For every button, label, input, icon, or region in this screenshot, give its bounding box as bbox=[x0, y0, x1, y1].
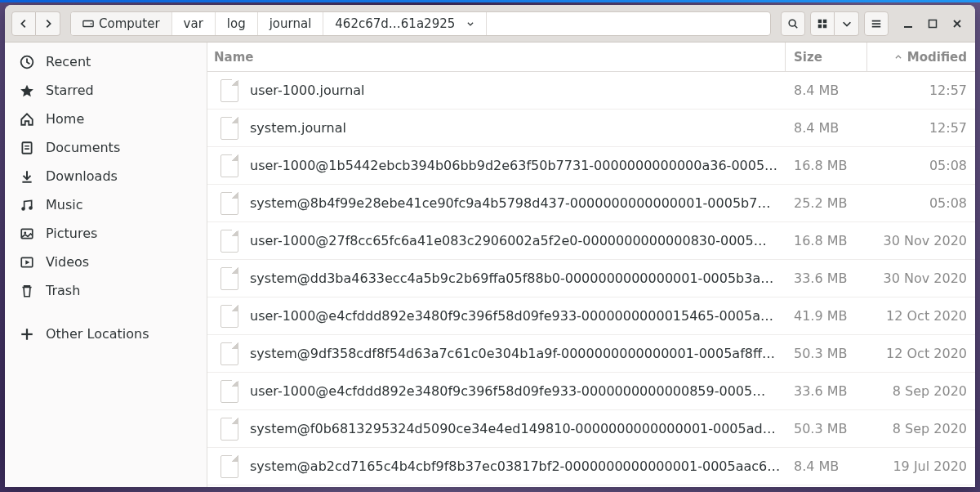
pictures-icon bbox=[20, 226, 34, 241]
column-header-size[interactable]: Size bbox=[786, 42, 867, 71]
maximize-icon bbox=[928, 19, 938, 29]
sidebar-item-starred[interactable]: Starred bbox=[5, 76, 207, 105]
file-icon bbox=[220, 192, 238, 215]
cell-size: 33.6 MB bbox=[786, 271, 867, 286]
file-name: system@8b4f99e28ebe41ce90fc9a4b5798d437-… bbox=[250, 195, 770, 211]
column-headers: Name Size Modified bbox=[207, 42, 975, 72]
table-row[interactable]: system.journal8.4 MB12:57 bbox=[207, 110, 975, 147]
table-row[interactable]: system@ab2cd7165c4b4cbf9f8b37ec03817bf2-… bbox=[207, 448, 975, 485]
cell-modified: 30 Nov 2020 bbox=[867, 233, 975, 248]
chevron-down-icon bbox=[841, 18, 853, 29]
sidebar-item-label: Other Locations bbox=[46, 326, 149, 342]
cell-name: user-1000@e4cfddd892e3480f9c396f58d09fe9… bbox=[207, 380, 786, 403]
sidebar-item-recent[interactable]: Recent bbox=[5, 47, 207, 76]
svg-line-3 bbox=[795, 25, 797, 28]
sidebar-item-label: Downloads bbox=[46, 168, 118, 184]
file-icon bbox=[220, 117, 238, 140]
file-name: system@9df358cdf8f54d63a7c61c0e304b1a9f-… bbox=[250, 346, 775, 361]
trash-icon bbox=[20, 284, 34, 298]
close-button[interactable] bbox=[951, 17, 964, 30]
sidebar-item-label: Recent bbox=[46, 54, 91, 69]
svg-rect-4 bbox=[818, 19, 822, 22]
table-row[interactable]: system@f0b6813295324d5090ce34e4ed149810-… bbox=[207, 410, 975, 448]
cell-name: user-1000@e4cfddd892e3480f9c396f58d09fe9… bbox=[207, 305, 786, 328]
forward-button[interactable] bbox=[36, 11, 60, 36]
file-name: user-1000@e4cfddd892e3480f9c396f58d09fe9… bbox=[250, 308, 773, 324]
table-row[interactable]: user-1000.journal8.4 MB12:57 bbox=[207, 72, 975, 110]
body: RecentStarredHomeDocumentsDownloadsMusic… bbox=[5, 42, 975, 487]
path-seg-log[interactable]: log bbox=[216, 12, 258, 35]
documents-icon bbox=[20, 141, 34, 155]
grid-icon bbox=[817, 18, 828, 29]
sidebar-item-downloads[interactable]: Downloads bbox=[5, 162, 207, 190]
view-grid-button[interactable] bbox=[810, 11, 835, 36]
table-row[interactable]: user-1000@e4cfddd892e3480f9c396f58d09fe9… bbox=[207, 373, 975, 410]
table-row[interactable]: user-1000@1b5442ebcb394b06bb9d2e63f50b77… bbox=[207, 147, 975, 185]
file-icon bbox=[220, 342, 238, 365]
cell-name: user-1000@1b5442ebcb394b06bb9d2e63f50b77… bbox=[207, 154, 786, 177]
cell-size: 8.4 MB bbox=[786, 458, 867, 474]
cell-modified: 12 Oct 2020 bbox=[867, 308, 975, 324]
file-icon bbox=[220, 230, 238, 253]
path-seg-var[interactable]: var bbox=[172, 12, 216, 35]
sidebar-item-pictures[interactable]: Pictures bbox=[5, 219, 207, 248]
table-row[interactable]: user-1000@e4cfddd892e3480f9c396f58d09fe9… bbox=[207, 297, 975, 335]
file-name: system@f0b6813295324d5090ce34e4ed149810-… bbox=[250, 421, 776, 436]
cell-name: system@8b4f99e28ebe41ce90fc9a4b5798d437-… bbox=[207, 192, 786, 215]
titlebar: Computer var log journal 462c67d…61a2925 bbox=[5, 5, 975, 42]
sidebar-item-label: Home bbox=[46, 111, 84, 127]
cell-size: 8.4 MB bbox=[786, 83, 867, 98]
sidebar-item-documents[interactable]: Documents bbox=[5, 133, 207, 162]
maximize-button[interactable] bbox=[926, 17, 939, 30]
cell-modified: 05:08 bbox=[867, 158, 975, 173]
file-list: Name Size Modified user-1000.journal8.4 … bbox=[207, 42, 975, 487]
chevron-left-icon bbox=[18, 18, 29, 29]
search-button[interactable] bbox=[781, 11, 805, 36]
sidebar-other-locations[interactable]: Other Locations bbox=[5, 320, 207, 348]
close-icon bbox=[952, 19, 962, 29]
cell-name: system@dd3ba4633ecc4a5b9c2b69ffa05f88b0-… bbox=[207, 267, 786, 290]
path-root[interactable]: Computer bbox=[71, 12, 172, 35]
path-seg-journal[interactable]: journal bbox=[258, 12, 324, 35]
file-manager-window: Computer var log journal 462c67d…61a2925 bbox=[5, 5, 975, 487]
table-row[interactable]: system@8b4f99e28ebe41ce90fc9a4b5798d437-… bbox=[207, 185, 975, 222]
sidebar-item-home[interactable]: Home bbox=[5, 105, 207, 133]
back-button[interactable] bbox=[11, 11, 36, 36]
path-bar: Computer var log journal 462c67d…61a2925 bbox=[70, 11, 771, 36]
minimize-icon bbox=[903, 19, 913, 29]
file-icon bbox=[220, 305, 238, 328]
table-row[interactable]: system@9df358cdf8f54d63a7c61c0e304b1a9f-… bbox=[207, 335, 975, 373]
cell-name: user-1000.journal bbox=[207, 79, 786, 102]
column-header-name[interactable]: Name bbox=[207, 42, 786, 71]
cell-size: 50.3 MB bbox=[786, 346, 867, 361]
column-header-modified[interactable]: Modified bbox=[867, 42, 975, 71]
table-row[interactable]: system@dd3ba4633ecc4a5b9c2b69ffa05f88b0-… bbox=[207, 260, 975, 297]
file-icon bbox=[220, 154, 238, 177]
star-icon bbox=[20, 83, 34, 98]
path-spacer bbox=[487, 12, 770, 35]
sidebar-item-videos[interactable]: Videos bbox=[5, 248, 207, 276]
sort-asc-icon bbox=[894, 53, 902, 61]
table-row[interactable]: user-1000@27f8cc65fc6a41e083c2906002a5f2… bbox=[207, 222, 975, 260]
plus-icon bbox=[20, 327, 34, 342]
cell-size: 41.9 MB bbox=[786, 308, 867, 324]
cell-name: system@9df358cdf8f54d63a7c61c0e304b1a9f-… bbox=[207, 342, 786, 365]
cell-modified: 8 Sep 2020 bbox=[867, 383, 975, 399]
file-rows: user-1000.journal8.4 MB12:57system.journ… bbox=[207, 72, 975, 487]
cell-modified: 12:57 bbox=[867, 83, 975, 98]
sidebar-item-trash[interactable]: Trash bbox=[5, 276, 207, 305]
view-dropdown-button[interactable] bbox=[835, 11, 859, 36]
file-icon bbox=[220, 418, 238, 441]
cell-modified: 19 Jul 2020 bbox=[867, 458, 975, 474]
toolbar-right bbox=[810, 11, 969, 36]
path-seg-current[interactable]: 462c67d…61a2925 bbox=[323, 12, 487, 35]
downloads-icon bbox=[20, 169, 34, 184]
home-icon bbox=[20, 112, 34, 127]
cell-size: 33.6 MB bbox=[786, 383, 867, 399]
hamburger-menu-button[interactable] bbox=[864, 11, 889, 36]
minimize-button[interactable] bbox=[902, 17, 915, 30]
search-icon bbox=[787, 18, 799, 29]
sidebar-item-music[interactable]: Music bbox=[5, 190, 207, 219]
cell-size: 16.8 MB bbox=[786, 233, 867, 248]
clock-icon bbox=[20, 55, 34, 69]
